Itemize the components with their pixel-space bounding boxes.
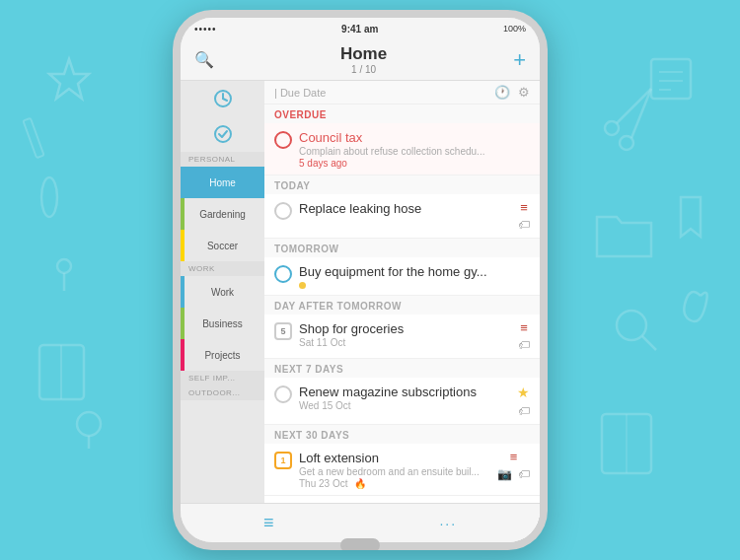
svg-rect-19 — [602, 414, 651, 473]
svg-rect-1 — [23, 118, 43, 158]
add-button[interactable]: + — [513, 47, 526, 73]
sidebar-home-label: Home — [188, 177, 257, 188]
task-loft[interactable]: 1 Loft extension Get a new bedroom and a… — [264, 444, 540, 496]
loft-action-icons: 📷 🏷 — [497, 467, 530, 481]
sidebar-item-work[interactable]: Work — [181, 276, 264, 308]
svg-rect-5 — [39, 345, 84, 399]
task-hose[interactable]: Replace leaking hose ≡ 🏷 — [264, 194, 540, 239]
hamburger-icon-hose[interactable]: ≡ — [520, 201, 528, 214]
sort-icons: 🕐 ⚙ — [494, 85, 530, 100]
sidebar-icon-row — [181, 81, 264, 152]
task-dot-equipment — [299, 282, 306, 289]
task-subtitle-council: Complain about refuse collection schedu.… — [299, 146, 530, 157]
task-title-equipment: Buy equipment for the home gy... — [299, 264, 530, 279]
nav-subtitle: 1 / 10 — [351, 64, 376, 75]
sort-bar: | Due Date 🕐 ⚙ — [264, 81, 540, 105]
tag-icon-loft[interactable]: 🏷 — [518, 467, 530, 481]
task-body-groceries: Shop for groceries Sat 11 Oct — [299, 321, 511, 348]
status-right: 100% — [503, 24, 526, 34]
work-bar — [181, 276, 185, 308]
task-title-magazine: Renew magazine subscriptions — [299, 385, 510, 399]
projects-bar — [181, 339, 185, 371]
task-equipment[interactable]: Buy equipment for the home gy... — [264, 257, 540, 296]
overdue-header: OVERDUE — [264, 105, 540, 123]
app-content: PERSONAL Home Gardening Soccer WORK — [181, 81, 540, 542]
phone-frame: ••••• 9:41 am 100% 🔍 Home 1 / 10 + — [173, 10, 548, 550]
task-actions-hose: ≡ 🏷 — [518, 201, 530, 232]
signal-dots: ••••• — [194, 24, 217, 35]
nav-bar: 🔍 Home 1 / 10 + — [181, 39, 540, 81]
task-meta-groceries: Sat 11 Oct — [299, 337, 511, 348]
svg-point-24 — [215, 126, 231, 142]
tag-icon-hose[interactable]: 🏷 — [518, 218, 530, 232]
sidebar-gardening-label: Gardening — [188, 209, 257, 220]
nav-title-block: Home 1 / 10 — [340, 44, 387, 75]
clock-sort-icon[interactable]: 🕐 — [494, 85, 510, 100]
business-bar — [181, 308, 185, 339]
svg-rect-13 — [651, 59, 691, 99]
hamburger-icon-loft[interactable]: ≡ — [510, 451, 518, 463]
svg-point-10 — [620, 136, 633, 150]
svg-marker-0 — [49, 59, 89, 99]
task-circle-hose[interactable] — [274, 202, 292, 220]
personal-section-label: PERSONAL — [181, 152, 264, 167]
sidebar-item-business[interactable]: Business — [181, 308, 264, 339]
sidebar-item-projects[interactable]: Projects — [181, 339, 264, 371]
svg-line-18 — [642, 336, 656, 350]
sidebar: PERSONAL Home Gardening Soccer WORK — [181, 81, 264, 542]
svg-point-7 — [77, 412, 101, 436]
camera-icon-loft[interactable]: 📷 — [497, 467, 512, 481]
task-body-loft: Loft extension Get a new bedroom and an … — [299, 451, 490, 489]
sidebar-item-home[interactable]: Home — [181, 167, 264, 198]
task-num-loft[interactable]: 1 — [274, 452, 292, 469]
task-body-equipment: Buy equipment for the home gy... — [299, 264, 530, 289]
next7-header: NEXT 7 DAYS — [264, 359, 540, 378]
work-section-label: WORK — [181, 261, 264, 276]
task-subtitle-loft: Get a new bedroom and an ensuite buil... — [299, 466, 490, 477]
home-button[interactable] — [340, 538, 380, 550]
tag-icon-groceries[interactable]: 🏷 — [518, 338, 530, 352]
dat-header: DAY AFTER TOMORROW — [264, 296, 540, 315]
task-magazine[interactable]: Renew magazine subscriptions Wed 15 Oct … — [264, 378, 540, 425]
sidebar-soccer-label: Soccer — [188, 241, 257, 251]
sort-label: | Due Date — [274, 87, 326, 99]
self-section-label: SELF IMP... — [181, 371, 264, 385]
task-body-council: Council tax Complain about refuse collec… — [299, 130, 530, 169]
gear-sort-icon[interactable]: ⚙ — [518, 85, 530, 100]
sidebar-work-label: Work — [188, 287, 257, 298]
search-icon[interactable]: 🔍 — [194, 50, 214, 69]
svg-point-2 — [41, 177, 57, 217]
status-time: 9:41 am — [341, 24, 378, 35]
sidebar-item-soccer[interactable]: Soccer — [181, 230, 264, 261]
task-meta-magazine: Wed 15 Oct — [299, 400, 510, 411]
dots-tab-icon[interactable]: ··· — [439, 516, 457, 531]
hamburger-icon-groceries[interactable]: ≡ — [520, 321, 528, 334]
nav-title: Home — [340, 44, 387, 64]
sidebar-item-gardening[interactable]: Gardening — [181, 198, 264, 230]
task-title-hose: Replace leaking hose — [299, 201, 511, 216]
task-council-tax[interactable]: Council tax Complain about refuse collec… — [264, 123, 540, 175]
today-header: TODAY — [264, 175, 540, 194]
svg-line-12 — [631, 89, 651, 138]
task-circle-equipment[interactable] — [274, 265, 292, 283]
list-tab-icon[interactable]: ≡ — [263, 513, 274, 533]
task-circle-magazine[interactable] — [274, 385, 292, 403]
tab-bar: ≡ ··· — [181, 503, 540, 542]
tomorrow-header: TOMORROW — [264, 239, 540, 257]
tag-icon-magazine[interactable]: 🏷 — [518, 404, 530, 418]
star-icon-magazine[interactable]: ★ — [517, 385, 530, 400]
task-circle-overdue[interactable] — [274, 131, 292, 149]
task-title-council: Council tax — [299, 130, 530, 145]
outdoor-section-label: OUTDOOR... — [181, 385, 264, 400]
main-content[interactable]: | Due Date 🕐 ⚙ OVERDUE Council tax Compl… — [264, 81, 540, 542]
sidebar-check-icon[interactable] — [181, 116, 264, 152]
task-actions-loft: ≡ 📷 🏷 — [497, 451, 530, 481]
svg-line-11 — [617, 89, 651, 123]
task-title-loft: Loft extension — [299, 451, 490, 465]
phone-inner: ••••• 9:41 am 100% 🔍 Home 1 / 10 + — [181, 18, 540, 542]
task-num-groceries[interactable]: 5 — [274, 322, 292, 340]
home-bar — [181, 167, 185, 198]
sidebar-clock-icon[interactable] — [181, 81, 264, 116]
task-actions-magazine: ★ 🏷 — [517, 385, 530, 418]
task-groceries[interactable]: 5 Shop for groceries Sat 11 Oct ≡ 🏷 — [264, 315, 540, 359]
